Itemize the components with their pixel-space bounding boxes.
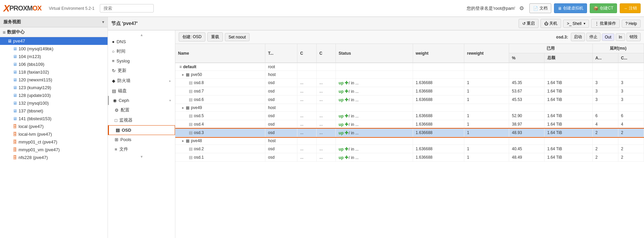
syslog-icon: ≡ xyxy=(112,58,115,63)
nav-item-firewall[interactable]: ◆ 防火墙 ▸ xyxy=(108,76,175,86)
table-row[interactable]: ▸ ▦pve49 host xyxy=(175,104,644,112)
nav-item-monitor[interactable]: □ 监视器 xyxy=(108,115,175,125)
osd-toolbar: 创建: OSD ↓ 重载 Set noout osd.3: xyxy=(175,30,644,44)
sidebar-item-pve47[interactable]: 🖥 pve47 xyxy=(0,37,108,45)
nav-label: 防火墙 xyxy=(117,78,130,84)
osd-destroy-button[interactable]: 销毁 xyxy=(626,33,641,41)
create-osd-button[interactable]: 创建: OSD xyxy=(179,32,205,42)
storage-label: local-lvm (pve47) xyxy=(19,132,52,137)
nav-item-pools[interactable]: ⊞ Pools xyxy=(108,135,175,144)
table-row[interactable]: ▤osd.2 osd ...... up ✚/ in ... 1.6366881… xyxy=(175,145,644,153)
sidebar-item-128[interactable]: 🖥 128 (update103) xyxy=(0,91,108,99)
nav-scroll-up[interactable]: ▴ xyxy=(108,32,175,37)
default-icon: ≡ xyxy=(179,64,182,69)
container-icon: 📦 xyxy=(593,6,598,11)
row-name: ▤osd.6 xyxy=(175,96,265,104)
sidebar-item-local-pve47[interactable]: 🗄 local (pve47) xyxy=(0,123,108,130)
sidebar-item-local-lvm[interactable]: 🗄 local-lvm (pve47) xyxy=(0,130,108,138)
datacenter-label: 数据中心 xyxy=(7,29,25,35)
nav-item-config[interactable]: ⚙ 配置 xyxy=(108,105,175,115)
datacenter-row[interactable]: ≡ 数据中心 xyxy=(0,27,108,37)
docs-button[interactable]: 📄 文档 xyxy=(529,3,551,13)
osd-start-button[interactable]: 启动 xyxy=(571,33,585,41)
nav-item-time[interactable]: ○ 时间 xyxy=(108,46,175,56)
th-status: Status xyxy=(336,44,413,63)
table-row-osd3[interactable]: ▤osd.3 osd ...... up ✚/ in ... 1.636688 … xyxy=(175,129,644,137)
sidebar-item-123[interactable]: 🖥 123 (kumayi129) xyxy=(0,84,108,91)
nav-label: 监视器 xyxy=(119,117,133,123)
sidebar-item-mmyp01-ct[interactable]: 🗄 mmyp01_ct (pve47) xyxy=(0,138,108,146)
table-row[interactable]: ▤osd.1 osd ...... up ✚/ in ... 1.6366881… xyxy=(175,153,644,162)
osd-out-button[interactable]: Out xyxy=(602,33,614,41)
osd-in-button[interactable]: In xyxy=(616,33,625,41)
nav-item-syslog[interactable]: ≡ Syslog xyxy=(108,56,175,65)
disk-icon: ▤ xyxy=(112,88,116,94)
row-pct: 45.35 xyxy=(509,79,545,87)
vm-icon: 🖥 xyxy=(13,85,17,90)
nav-item-dns[interactable]: ● DNS xyxy=(108,37,175,46)
table-row[interactable]: ▤osd.5 osd ...... up ✚/ in ... 1.6366881… xyxy=(175,112,644,120)
table-row[interactable]: ▤osd.6 osd ...... up ✚/ in ... 1.6366881… xyxy=(175,96,644,104)
sidebar-item-nfs228[interactable]: 🗄 nfs228 (pve47) xyxy=(0,154,108,161)
nav-item-ceph[interactable]: ◉ Ceph ▾ xyxy=(108,96,175,105)
th-reweight: reweight xyxy=(464,44,509,63)
row-name: ▤osd.8 xyxy=(175,79,265,87)
vm-label: 132 (mysql100) xyxy=(19,101,49,106)
nav-item-osd[interactable]: ▤ OSD xyxy=(108,125,175,135)
restart-button[interactable]: ↺ 重启 xyxy=(519,19,538,28)
nav-label: 更新 xyxy=(118,68,126,74)
create-ct-button[interactable]: 📦 创建CT xyxy=(590,3,617,13)
sidebar-item-104[interactable]: 🖥 104 (m123) xyxy=(0,53,108,60)
th-type: T... xyxy=(265,44,297,63)
nav-item-update[interactable]: ↻ 更新 xyxy=(108,65,175,76)
sidebar-collapse-btn[interactable]: ▾ xyxy=(102,20,104,24)
dns-icon: ● xyxy=(112,39,115,44)
row-name: ▸ ▦pve48 xyxy=(175,137,265,145)
help-button[interactable]: ? Help xyxy=(622,20,641,28)
nav-item-disk[interactable]: ▤ 磁盘 xyxy=(108,86,175,96)
osd-disk-icon: ▤ xyxy=(189,113,193,118)
row-type: root xyxy=(265,63,297,71)
row-a: 3 xyxy=(592,79,618,87)
fs-icon: ≡ xyxy=(115,147,117,152)
batch-button[interactable]: ⋮ 批量操作 xyxy=(591,19,620,28)
shell-button[interactable]: >_ Shell ▾ xyxy=(563,20,589,28)
table-row[interactable]: ≡default root xyxy=(175,63,644,71)
sidebar-item-106[interactable]: 🖥 106 (bbs109) xyxy=(0,60,108,68)
host-icon: ▦ xyxy=(186,105,189,110)
table-row[interactable]: ▸ ▦pve48 host xyxy=(175,137,644,145)
firewall-icon: ◆ xyxy=(112,78,115,83)
table-row[interactable]: ▤osd.8 osd ... ... up ✚/ in ... 1.636688 xyxy=(175,79,644,87)
sidebar-item-118[interactable]: 🖥 118 (faxian102) xyxy=(0,68,108,76)
set-noout-button[interactable]: Set noout xyxy=(225,33,250,41)
storage-label: nfs228 (pve47) xyxy=(19,155,48,160)
clock-icon: ○ xyxy=(112,49,115,54)
sidebar-item-100[interactable]: 🖥 100 (mysql149bk) xyxy=(0,45,108,53)
settings-icon[interactable]: ⚙ xyxy=(519,5,524,11)
search-input[interactable] xyxy=(100,4,154,12)
osd-disk-icon: ▤ xyxy=(189,122,193,127)
monitor-icon: 🖥 xyxy=(558,6,562,11)
osd-stop-button[interactable]: 停止 xyxy=(586,33,601,41)
sidebar-item-mmyp01-vm[interactable]: 🗄 mmyp01_vm (pve47) xyxy=(0,146,108,154)
shutdown-button[interactable]: ⏻ 关机 xyxy=(540,19,561,28)
vm-label: 120 (newxml115) xyxy=(19,77,52,82)
logout-button[interactable]: → 注销 xyxy=(620,3,641,13)
sidebar-item-132[interactable]: 🖥 132 (mysql100) xyxy=(0,99,108,107)
table-row[interactable]: ▸ ▦pve50 host xyxy=(175,71,644,79)
create-vm-button[interactable]: 🖥 创建虚拟机 xyxy=(554,3,587,13)
table-row[interactable]: ▤osd.7 osd ...... up ✚/ in ... 1.6366881… xyxy=(175,87,644,96)
nav-label: Syslog xyxy=(117,58,130,63)
sidebar-item-141[interactable]: 🖥 141 (bbstest153) xyxy=(0,115,108,123)
reload-button[interactable]: 重载 xyxy=(207,32,223,42)
row-reweight: 1 xyxy=(464,79,509,87)
osd-disk-icon: ▤ xyxy=(189,89,193,94)
sidebar-item-137[interactable]: 🖥 137 (bbsnet) xyxy=(0,107,108,115)
nav-item-fs[interactable]: ≡ 文件 xyxy=(108,144,175,154)
storage-icon: 🗄 xyxy=(13,132,17,137)
help-icon: ? xyxy=(625,21,628,26)
nav-scroll-down[interactable]: ▾ xyxy=(108,154,175,159)
table-row[interactable]: ▤osd.4 osd ...... up ✚/ in ... 1.6366881… xyxy=(175,120,644,129)
host-icon: ▦ xyxy=(186,138,189,143)
sidebar-item-120[interactable]: 🖥 120 (newxml115) xyxy=(0,76,108,84)
